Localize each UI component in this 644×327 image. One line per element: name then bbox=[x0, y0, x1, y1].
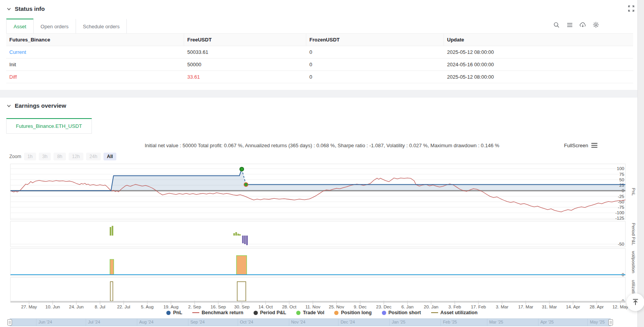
asset-utilization-bar bbox=[110, 282, 113, 301]
axis-tick-label: -125 bbox=[615, 216, 624, 220]
legend-item-benchmark-return[interactable]: Benchmark return bbox=[192, 310, 243, 315]
navigator-left-handle[interactable] bbox=[7, 319, 12, 325]
earnings-header[interactable]: Earnings overview bbox=[6, 102, 66, 109]
navigator-divider bbox=[289, 319, 289, 326]
tab-futures-binance-eth-usdt[interactable]: Futures_Binance.ETH_USDT bbox=[6, 118, 92, 134]
legend-dot-icon bbox=[166, 311, 171, 315]
x-tick-label: 27. May bbox=[21, 305, 37, 309]
back-to-top-button[interactable] bbox=[627, 293, 644, 311]
search-icon[interactable] bbox=[552, 20, 561, 29]
trade-marker bbox=[240, 167, 243, 171]
column-header: Futures_Binance bbox=[6, 34, 184, 46]
pane-box-2 bbox=[10, 248, 625, 276]
axis-tick-label: -75 bbox=[618, 205, 624, 210]
navigator-month-label: May '25 bbox=[590, 320, 604, 324]
table-row[interactable]: Init5000002024-05-16 00:00:00 bbox=[6, 59, 633, 71]
earnings-overview-section: Earnings overview Futures_Binance.ETH_US… bbox=[0, 98, 644, 327]
legend-label: Benchmark return bbox=[202, 310, 243, 315]
x-tick-label: 9. Dec bbox=[354, 305, 366, 309]
status-tabs: AssetOpen ordersSchedule orders bbox=[6, 19, 127, 34]
navigator-divider bbox=[137, 319, 137, 326]
legend-item-asset-utilization[interactable]: Asset utilization bbox=[431, 310, 478, 315]
navigator-divider bbox=[238, 319, 238, 326]
earnings-chart[interactable]: 1007550250-25-50-75-100-125PnL-50Period … bbox=[0, 162, 644, 310]
zoom-option-3h[interactable]: 3h bbox=[39, 153, 51, 160]
legend-item-trade-vol[interactable]: Trade Vol bbox=[296, 310, 324, 315]
x-tick-label: 16. Sep bbox=[211, 305, 226, 309]
fullscreen-control[interactable]: FullScreen bbox=[564, 142, 597, 149]
legend-label: Position long bbox=[341, 310, 371, 315]
axis-tick-label: -50 bbox=[618, 242, 624, 246]
chart-navigator[interactable]: Jun '24Jul '24Aug '24Sep '24Oct '24Nov '… bbox=[10, 318, 611, 326]
cloud-download-icon[interactable] bbox=[578, 20, 587, 29]
navigator-divider bbox=[587, 319, 588, 326]
zoom-option-8h[interactable]: 8h bbox=[54, 153, 66, 160]
x-tick-label: 3. Mar bbox=[496, 305, 509, 309]
x-tick-label: 17. Feb bbox=[471, 305, 486, 309]
pane-axis-title: Period P&L bbox=[631, 223, 636, 246]
frozen-usdt-value: 0 bbox=[306, 59, 444, 71]
zoom-option-12h[interactable]: 12h bbox=[69, 153, 83, 160]
x-tick-label: 23. Dec bbox=[376, 305, 392, 309]
x-tick-label: 31. Mar bbox=[542, 305, 557, 309]
trade-vol-bar bbox=[239, 234, 241, 236]
tab-asset[interactable]: Asset bbox=[6, 19, 34, 34]
menu-icon[interactable] bbox=[565, 20, 574, 29]
navigator-right-handle[interactable] bbox=[608, 319, 613, 325]
pane-box-3 bbox=[10, 277, 625, 302]
chart-menu-icon[interactable] bbox=[591, 142, 597, 149]
table-toolbar bbox=[552, 20, 601, 29]
legend-dot-icon bbox=[254, 311, 258, 315]
zoom-option-all[interactable]: All bbox=[104, 153, 116, 160]
x-axis-line bbox=[10, 301, 625, 303]
chart-legend: PnLBenchmark returnPeriod P&LTrade VolPo… bbox=[0, 310, 644, 315]
tab-schedule-orders[interactable]: Schedule orders bbox=[76, 19, 127, 34]
x-tick-label: 25. Nov bbox=[329, 305, 344, 309]
navigator-month-label: Jul '24 bbox=[88, 320, 100, 324]
navigator-month-label: Sep '24 bbox=[190, 320, 205, 324]
chevron-down-icon bbox=[6, 6, 12, 12]
axis-tick-label: -100 bbox=[615, 210, 624, 215]
trade-marker bbox=[244, 182, 248, 186]
legend-item-position-long[interactable]: Position long bbox=[334, 310, 371, 315]
navigator-divider bbox=[389, 319, 390, 326]
trade-vol-bar bbox=[233, 233, 235, 236]
zoom-option-1h[interactable]: 1h bbox=[24, 153, 36, 160]
navigator-month-label: Oct '24 bbox=[240, 320, 254, 324]
status-info-section: Status info bbox=[0, 0, 644, 90]
table-row[interactable]: Current50033.6102025-05-12 08:00:00 bbox=[6, 46, 633, 59]
gear-icon[interactable] bbox=[591, 20, 601, 29]
legend-dot-icon bbox=[296, 311, 300, 315]
column-header: FreeUSDT bbox=[184, 34, 306, 46]
status-info-header[interactable]: Status info bbox=[6, 5, 45, 12]
expand-section-icon[interactable] bbox=[628, 5, 635, 12]
trade-vol-bar bbox=[110, 227, 111, 236]
x-tick-label: 6. Jan bbox=[401, 305, 413, 309]
legend-item-position-short[interactable]: Position short bbox=[382, 310, 421, 315]
legend-item-pnl[interactable]: PnL bbox=[166, 310, 182, 315]
navigator-divider bbox=[86, 319, 86, 326]
asset-utilization-bar bbox=[237, 282, 246, 301]
table-row[interactable]: Diff33.6102025-05-12 08:00:00 bbox=[6, 71, 633, 83]
legend-label: Position short bbox=[388, 310, 421, 315]
page-scrollbar[interactable] bbox=[637, 0, 644, 327]
pane-axis-title: vol/position bbox=[631, 251, 636, 274]
zoom-option-24h[interactable]: 24h bbox=[86, 153, 101, 160]
axis-tick-label: -25 bbox=[618, 194, 624, 199]
zoom-label: Zoom bbox=[9, 154, 21, 159]
earnings-tab-label: Futures_Binance.ETH_USDT bbox=[16, 123, 82, 129]
tab-open-orders[interactable]: Open orders bbox=[33, 19, 76, 34]
legend-label: Asset utilization bbox=[440, 310, 478, 315]
navigator-divider bbox=[338, 319, 338, 326]
asset-table: Futures_BinanceFreeUSDTFrozenUSDTUpdateC… bbox=[6, 33, 633, 83]
legend-label: Trade Vol bbox=[303, 310, 324, 315]
legend-item-period-p&l[interactable]: Period P&L bbox=[254, 310, 286, 315]
x-tick-label: 10. Jun bbox=[45, 305, 60, 309]
trade-vol-bar bbox=[237, 234, 239, 236]
row-label[interactable]: Current bbox=[6, 46, 184, 58]
earnings-tabs: Futures_Binance.ETH_USDT bbox=[6, 118, 92, 134]
x-tick-label: 8. Jul bbox=[95, 305, 105, 309]
legend-line-icon bbox=[431, 312, 438, 313]
trade-vol-bar bbox=[235, 232, 237, 236]
pane-box-0 bbox=[10, 164, 625, 220]
